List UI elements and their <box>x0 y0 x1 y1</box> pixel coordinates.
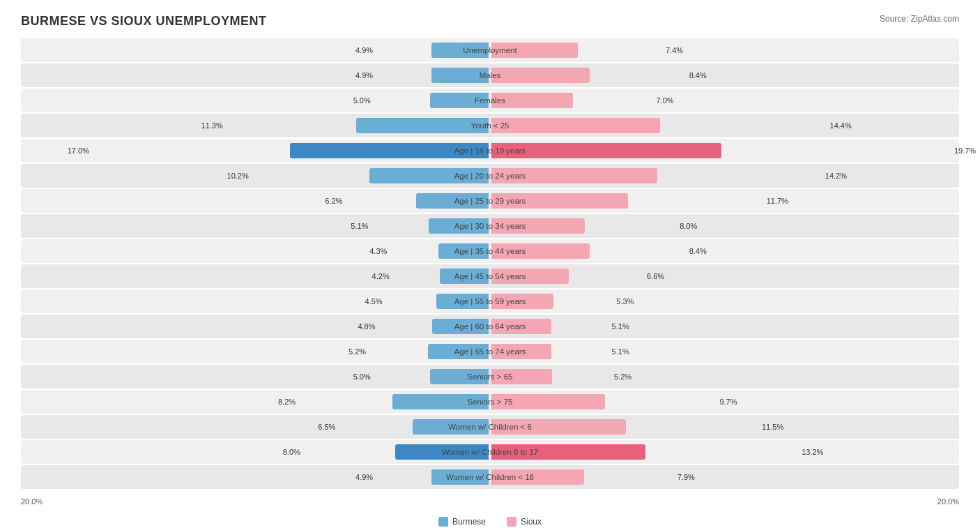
legend: Burmese Sioux <box>21 517 959 527</box>
value-right: 11.7% <box>767 197 788 205</box>
chart-container: BURMESE VS SIOUX UNEMPLOYMENT Source: Zi… <box>0 0 980 528</box>
bar-row: 5.0%5.2%Seniors > 65 <box>21 365 959 389</box>
value-left: 4.3% <box>369 247 387 255</box>
value-right: 8.4% <box>689 71 707 80</box>
bar-row: 8.0%13.2%Women w/ Children 6 to 17 <box>21 440 959 464</box>
value-left: 4.9% <box>355 71 373 80</box>
value-right: 11.5% <box>762 423 783 431</box>
value-right: 13.2% <box>802 448 823 456</box>
legend-label-sioux: Sioux <box>521 517 542 527</box>
legend-sioux: Sioux <box>507 517 542 527</box>
bar-row: 10.2%14.2%Age | 20 to 24 years <box>21 164 959 188</box>
bar-row: 4.3%8.4%Age | 35 to 44 years <box>21 239 959 263</box>
value-left: 6.2% <box>325 197 342 205</box>
value-right: 5.3% <box>616 297 634 306</box>
chart-title: BURMESE VS SIOUX UNEMPLOYMENT <box>21 14 267 29</box>
value-right: 5.1% <box>612 322 629 331</box>
chart-area: 4.9%7.4%Unemployment4.9%8.4%Males5.0%7.0… <box>21 38 959 489</box>
axis-row: 20.0% 20.0% <box>21 493 959 510</box>
legend-box-burmese <box>438 517 448 527</box>
value-left: 11.3% <box>201 121 223 130</box>
value-left: 4.9% <box>355 46 373 54</box>
value-right: 5.1% <box>612 347 629 356</box>
value-right: 5.2% <box>614 372 631 381</box>
value-left: 4.2% <box>372 272 390 280</box>
legend-box-sioux <box>507 517 516 527</box>
value-right: 14.4% <box>830 121 852 130</box>
value-right: 7.4% <box>666 46 683 54</box>
bar-row: 4.5%5.3%Age | 55 to 59 years <box>21 289 959 313</box>
bar-row: 4.8%5.1%Age | 60 to 64 years <box>21 315 959 338</box>
value-left: 8.2% <box>278 398 296 406</box>
value-left: 8.0% <box>283 448 300 456</box>
value-left: 5.2% <box>349 347 366 356</box>
chart-header: BURMESE VS SIOUX UNEMPLOYMENT Source: Zi… <box>21 14 959 29</box>
value-left: 10.2% <box>227 172 249 180</box>
bar-row: 8.2%9.7%Seniors > 75 <box>21 390 959 414</box>
value-right: 8.0% <box>680 222 697 230</box>
bar-row: 5.2%5.1%Age | 65 to 74 years <box>21 340 959 363</box>
bar-row: 4.2%6.6%Age | 45 to 54 years <box>21 264 959 288</box>
bar-row: 17.0%19.7%Age | 16 to 19 years <box>21 139 959 163</box>
value-left: 5.1% <box>351 222 368 230</box>
axis-left: 20.0% <box>21 497 43 506</box>
legend-label-burmese: Burmese <box>452 517 486 527</box>
bar-row: 4.9%7.4%Unemployment <box>21 38 959 62</box>
value-left: 17.0% <box>68 146 89 155</box>
value-left: 4.8% <box>358 322 375 331</box>
bar-row: 4.9%8.4%Males <box>21 63 959 87</box>
value-right: 9.7% <box>719 398 737 406</box>
value-right: 8.4% <box>689 247 707 255</box>
legend-burmese: Burmese <box>438 517 486 527</box>
bar-row: 6.2%11.7%Age | 25 to 29 years <box>21 189 959 213</box>
value-right: 7.0% <box>657 96 674 105</box>
chart-source: Source: ZipAtlas.com <box>880 14 959 24</box>
bar-row: 5.0%7.0%Females <box>21 89 959 112</box>
value-left: 5.0% <box>353 372 371 381</box>
value-left: 5.0% <box>353 96 371 105</box>
value-right: 7.9% <box>677 473 695 481</box>
bar-row: 11.3%14.4%Youth < 25 <box>21 114 959 137</box>
value-right: 6.6% <box>647 272 664 280</box>
bar-row: 6.5%11.5%Women w/ Children < 6 <box>21 415 959 439</box>
bar-row: 5.1%8.0%Age | 30 to 34 years <box>21 214 959 238</box>
bar-row: 4.9%7.9%Women w/ Children < 18 <box>21 465 959 489</box>
axis-right: 20.0% <box>937 497 959 506</box>
value-right: 19.7% <box>954 146 976 155</box>
value-left: 4.9% <box>355 473 373 481</box>
value-left: 6.5% <box>318 423 335 431</box>
value-left: 4.5% <box>365 297 383 306</box>
value-right: 14.2% <box>825 172 847 180</box>
